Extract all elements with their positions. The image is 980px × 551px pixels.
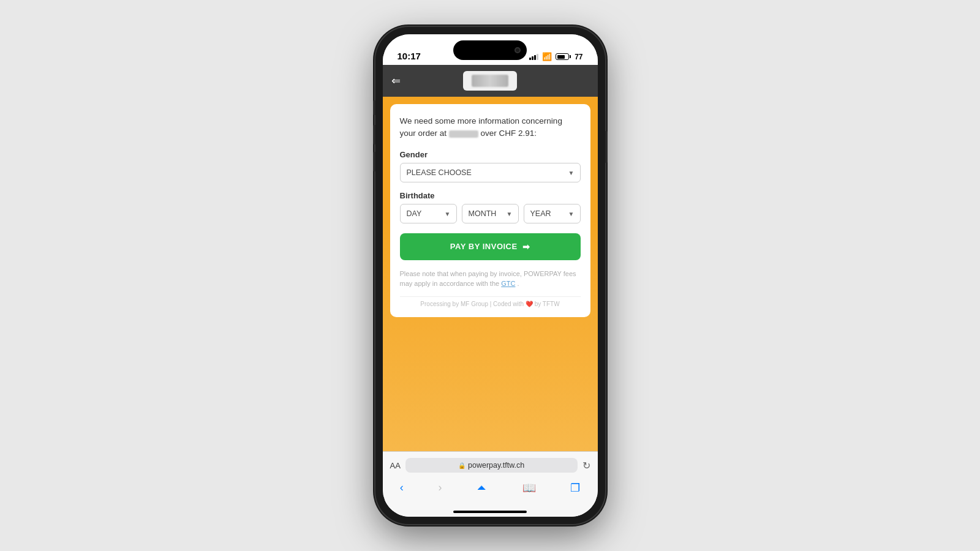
day-select[interactable]: DAY bbox=[400, 204, 457, 223]
url-field[interactable]: 🔒 powerpay.tftw.ch bbox=[405, 458, 578, 473]
reader-mode-button[interactable]: AA bbox=[390, 461, 401, 470]
merchant-name-blurred bbox=[449, 130, 478, 138]
status-icons: 📶 77 bbox=[529, 52, 582, 61]
volume-down-button bbox=[373, 152, 375, 171]
tabs-button[interactable]: ❐ bbox=[570, 481, 580, 495]
battery-percent: 77 bbox=[575, 53, 582, 61]
forward-nav-button[interactable]: › bbox=[438, 481, 442, 495]
logo-image-blurred bbox=[472, 75, 508, 87]
back-button[interactable]: ⇐ bbox=[391, 74, 401, 88]
home-bar bbox=[453, 511, 527, 513]
safari-bottom-bar: AA 🔒 powerpay.tftw.ch ↻ ‹ › ⏶ 📖 ❐ bbox=[383, 451, 598, 517]
birthdate-row: DAY ▼ MONTH ▼ bbox=[400, 204, 581, 223]
volume-up-button bbox=[373, 125, 375, 144]
form-card: We need some more information concerning… bbox=[390, 104, 590, 317]
month-select-wrapper: MONTH ▼ bbox=[462, 204, 519, 223]
url-text: powerpay.tftw.ch bbox=[468, 461, 524, 470]
header-bar: ⇐ bbox=[383, 65, 598, 97]
bookmarks-button[interactable]: 📖 bbox=[522, 481, 536, 495]
birthdate-label: Birthdate bbox=[400, 191, 581, 200]
screen-content: ⇐ We need some more information concerni… bbox=[383, 65, 598, 517]
share-button[interactable]: ⏶ bbox=[477, 481, 488, 495]
reload-button[interactable]: ↻ bbox=[582, 460, 590, 471]
status-bar: 10:17 📶 77 bbox=[383, 34, 598, 65]
gender-select-wrapper: PLEASE CHOOSE Male Female Other ▼ bbox=[400, 163, 581, 182]
back-nav-button[interactable]: ‹ bbox=[400, 481, 404, 495]
gender-select[interactable]: PLEASE CHOOSE Male Female Other bbox=[400, 163, 581, 182]
gender-label: Gender bbox=[400, 150, 581, 159]
url-bar: AA 🔒 powerpay.tftw.ch ↻ bbox=[383, 455, 598, 478]
dynamic-island-dot bbox=[514, 47, 521, 53]
power-button bbox=[605, 131, 608, 163]
month-select[interactable]: MONTH bbox=[462, 204, 519, 223]
status-time: 10:17 bbox=[398, 51, 421, 61]
pay-by-invoice-button[interactable]: PAY BY INVOICE ➡ bbox=[400, 233, 581, 260]
home-indicator bbox=[383, 500, 598, 517]
signal-icon bbox=[529, 54, 538, 60]
day-select-wrapper: DAY ▼ bbox=[400, 204, 457, 223]
disclaimer-text: Please note that when paying by invoice,… bbox=[400, 269, 581, 289]
heart-icon: ❤️ bbox=[526, 301, 535, 307]
pay-button-label: PAY BY INVOICE bbox=[450, 242, 518, 251]
battery-icon bbox=[556, 53, 571, 60]
battery-tip bbox=[570, 55, 571, 58]
merchant-logo bbox=[463, 71, 517, 91]
year-select-wrapper: YEAR ▼ bbox=[524, 204, 581, 223]
phone-screen: 10:17 📶 77 bbox=[383, 34, 598, 517]
battery-fill bbox=[557, 55, 565, 59]
orange-space bbox=[383, 324, 598, 452]
page-background: ⇐ We need some more information concerni… bbox=[383, 65, 598, 451]
footer-text: Processing by MF Group | Coded with ❤️ b… bbox=[400, 296, 581, 307]
browser-content: ⇐ We need some more information concerni… bbox=[383, 65, 598, 517]
info-text: We need some more information concerning… bbox=[400, 115, 581, 140]
safari-nav-bar: ‹ › ⏶ 📖 ❐ bbox=[383, 478, 598, 500]
pay-button-arrow-icon: ➡ bbox=[522, 242, 530, 252]
lock-icon: 🔒 bbox=[458, 462, 466, 469]
year-select[interactable]: YEAR bbox=[524, 204, 581, 223]
dynamic-island bbox=[453, 40, 527, 60]
wifi-icon: 📶 bbox=[542, 52, 552, 61]
gtc-link[interactable]: GTC bbox=[501, 280, 515, 287]
silent-button bbox=[373, 100, 375, 115]
phone-frame: 10:17 📶 77 bbox=[375, 27, 605, 524]
